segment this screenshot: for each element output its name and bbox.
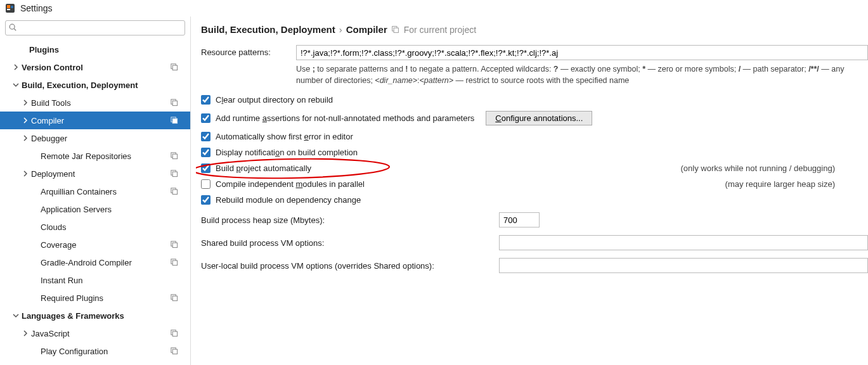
svg-rect-21	[172, 260, 177, 265]
project-scope-icon	[391, 25, 400, 34]
settings-sidebar: PluginsVersion ControlBuild, Execution, …	[0, 16, 191, 365]
resource-patterns-input[interactable]	[296, 45, 868, 60]
tree-item-remote-jar-repositories[interactable]: Remote Jar Repositories	[0, 147, 190, 165]
project-scope-icon	[170, 329, 179, 338]
svg-rect-17	[172, 189, 177, 194]
tree-item-plugins[interactable]: Plugins	[0, 41, 190, 58]
breadcrumb-scope: For current project	[404, 25, 476, 35]
display-notification-checkbox[interactable]	[201, 148, 211, 157]
svg-rect-15	[172, 172, 177, 176]
build-automatically-label: Build project automatically	[216, 163, 311, 173]
project-scope-icon	[170, 187, 179, 196]
chevron-icon	[30, 222, 39, 231]
runtime-assertions-label: Add runtime assertions for not-null-anno…	[216, 113, 474, 123]
project-scope-icon	[170, 116, 179, 125]
heap-size-input[interactable]	[499, 212, 540, 227]
settings-tree: PluginsVersion ControlBuild, Execution, …	[0, 39, 190, 365]
tree-item-required-plugins[interactable]: Required Plugins	[0, 289, 190, 307]
project-scope-icon	[170, 98, 179, 107]
clear-output-checkbox[interactable]	[201, 95, 211, 105]
runtime-assertions-checkbox[interactable]	[201, 113, 211, 123]
chevron-icon	[30, 187, 39, 196]
tree-item-label: Gradle-Android Compiler	[41, 258, 178, 267]
tree-item-deployment[interactable]: Deployment	[0, 165, 190, 182]
chevron-icon	[21, 329, 30, 338]
svg-point-4	[10, 24, 15, 29]
tree-item-label: Coverage	[41, 240, 178, 250]
breadcrumb-separator: ›	[339, 24, 342, 35]
search-icon	[8, 23, 17, 34]
svg-rect-13	[172, 154, 177, 158]
user-vm-options-input[interactable]	[499, 258, 868, 273]
chevron-icon	[11, 80, 20, 89]
clear-output-label: Clear output directory on rebuild	[216, 95, 333, 105]
svg-line-5	[14, 29, 16, 30]
chevron-icon	[30, 276, 39, 285]
chevron-icon	[11, 311, 20, 320]
tree-item-instant-run[interactable]: Instant Run	[0, 271, 190, 289]
tree-item-label: Instant Run	[41, 276, 178, 285]
tree-item-gradle-android-compiler[interactable]: Gradle-Android Compiler	[0, 253, 190, 271]
chevron-icon	[11, 63, 20, 72]
resource-patterns-label: Resource patterns:	[201, 45, 290, 57]
chevron-icon	[30, 151, 39, 160]
tree-item-clouds[interactable]: Clouds	[0, 218, 190, 236]
heap-size-label: Build process heap size (Mbytes):	[201, 215, 493, 225]
project-scope-icon	[170, 63, 179, 72]
configure-annotations-button[interactable]: Configure annotations...	[486, 111, 592, 125]
compile-parallel-label: Compile independent modules in parallel	[216, 179, 365, 189]
tree-item-label: Languages & Frameworks	[22, 311, 178, 321]
compile-parallel-hint: (may require larger heap size)	[706, 179, 835, 189]
tree-item-label: Version Control	[22, 63, 178, 72]
resource-patterns-help: Use ; to separate patterns and ! to nega…	[296, 64, 868, 86]
compile-parallel-checkbox[interactable]	[201, 179, 211, 189]
chevron-icon	[30, 258, 39, 267]
tree-item-debugger[interactable]: Debugger	[0, 129, 190, 147]
search-input[interactable]	[17, 23, 182, 33]
shared-vm-options-input[interactable]	[499, 235, 868, 250]
chevron-icon	[21, 98, 30, 107]
tree-item-label: Play Configuration	[41, 347, 178, 356]
tree-item-javascript[interactable]: JavaScript	[0, 324, 190, 342]
tree-item-build-execution-deployment[interactable]: Build, Execution, Deployment	[0, 76, 190, 94]
tree-item-label: Clouds	[41, 222, 178, 232]
svg-rect-27	[172, 349, 177, 354]
build-automatically-checkbox[interactable]	[201, 163, 211, 173]
shared-vm-options-label: Shared build process VM options:	[201, 238, 493, 248]
tree-item-label: Compiler	[31, 116, 178, 125]
display-notification-label: Display notification on build completion	[216, 148, 358, 157]
tree-item-compiler[interactable]: Compiler	[0, 112, 190, 129]
build-automatically-hint: (only works while not running / debuggin…	[661, 163, 835, 173]
svg-rect-29	[394, 28, 398, 32]
chevron-icon	[21, 116, 30, 125]
search-box[interactable]	[5, 20, 185, 35]
window-title: Settings	[20, 3, 53, 13]
svg-rect-11	[172, 118, 177, 123]
app-icon	[5, 3, 15, 13]
tree-item-label: JavaScript	[31, 329, 178, 338]
tree-item-application-servers[interactable]: Application Servers	[0, 200, 190, 218]
auto-show-error-checkbox[interactable]	[201, 132, 211, 141]
rebuild-dependency-label: Rebuild module on dependency change	[216, 195, 361, 205]
project-scope-icon	[170, 151, 179, 160]
chevron-icon	[30, 240, 39, 249]
tree-item-arquillian-containers[interactable]: Arquillian Containers	[0, 182, 190, 200]
compiler-settings-panel: Build, Execution, Deployment › Compiler …	[191, 16, 868, 365]
chevron-icon	[21, 169, 30, 178]
breadcrumb-part2: Compiler	[346, 24, 387, 35]
tree-item-coverage[interactable]: Coverage	[0, 236, 190, 253]
svg-rect-1	[7, 5, 10, 8]
rebuild-dependency-checkbox[interactable]	[201, 195, 211, 205]
project-scope-icon	[170, 347, 179, 355]
tree-item-label: Plugins	[29, 45, 178, 54]
tree-item-play-configuration[interactable]: Play Configuration	[0, 342, 190, 360]
tree-item-version-control[interactable]: Version Control	[0, 58, 190, 76]
tree-item-label: Deployment	[31, 169, 178, 179]
tree-item-label: Build, Execution, Deployment	[22, 80, 178, 90]
svg-rect-2	[7, 9, 10, 10]
breadcrumb-part1: Build, Execution, Deployment	[201, 24, 335, 35]
tree-item-build-tools[interactable]: Build Tools	[0, 94, 190, 112]
user-vm-options-label: User-local build process VM options (ove…	[201, 261, 493, 271]
tree-item-languages-frameworks[interactable]: Languages & Frameworks	[0, 307, 190, 324]
svg-point-3	[11, 6, 13, 8]
